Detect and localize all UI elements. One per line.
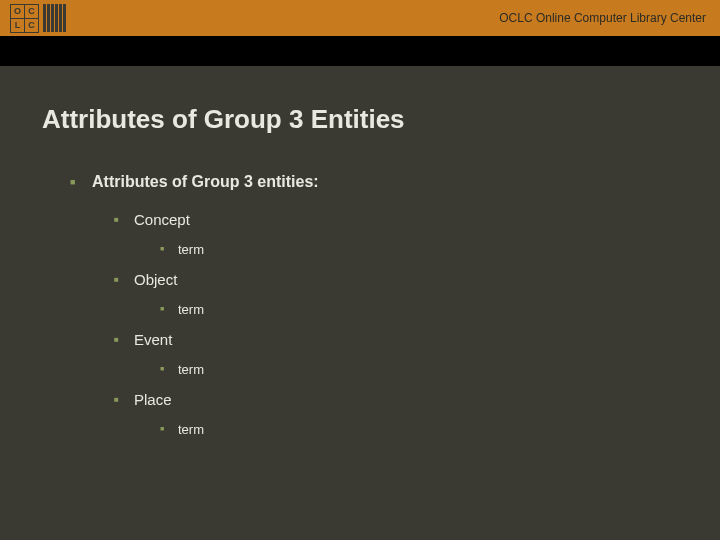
list-item: Place term: [134, 391, 678, 437]
slide-content: Attributes of Group 3 Entities Attribute…: [0, 66, 720, 437]
logo-cell: L: [11, 19, 24, 32]
bullet-list-lvl3: term: [134, 302, 678, 317]
oclc-logo: O C L C: [10, 4, 66, 33]
bullet-list-lvl2: Concept term Object term: [92, 211, 678, 437]
logo-cell: C: [25, 5, 38, 18]
list-item: term: [178, 422, 678, 437]
header-org-text: OCLC Online Computer Library Center: [499, 11, 706, 25]
bullet-list-lvl3: term: [134, 362, 678, 377]
list-item: term: [178, 242, 678, 257]
list-item: Object term: [134, 271, 678, 317]
slide-title: Attributes of Group 3 Entities: [42, 104, 678, 135]
list-item-label: Attributes of Group 3 entities:: [92, 173, 319, 190]
list-item: Concept term: [134, 211, 678, 257]
logo-cell: O: [11, 5, 24, 18]
list-item-label: Event: [134, 331, 172, 348]
list-item: Event term: [134, 331, 678, 377]
list-item-label: term: [178, 422, 204, 437]
list-item-label: term: [178, 302, 204, 317]
header-divider: [0, 36, 720, 66]
bullet-list-lvl1: Attributes of Group 3 entities: Concept …: [42, 173, 678, 437]
logo-cell: C: [25, 19, 38, 32]
list-item-label: Object: [134, 271, 177, 288]
header-bar: O C L C OCLC Online Computer Library Cen…: [0, 0, 720, 36]
list-item: term: [178, 302, 678, 317]
bullet-list-lvl3: term: [134, 242, 678, 257]
list-item: term: [178, 362, 678, 377]
bullet-list-lvl3: term: [134, 422, 678, 437]
list-item-label: term: [178, 242, 204, 257]
logo-bars-icon: [43, 4, 66, 32]
logo-grid: O C L C: [10, 4, 39, 33]
list-item: Attributes of Group 3 entities: Concept …: [92, 173, 678, 437]
list-item-label: Place: [134, 391, 172, 408]
list-item-label: Concept: [134, 211, 190, 228]
list-item-label: term: [178, 362, 204, 377]
